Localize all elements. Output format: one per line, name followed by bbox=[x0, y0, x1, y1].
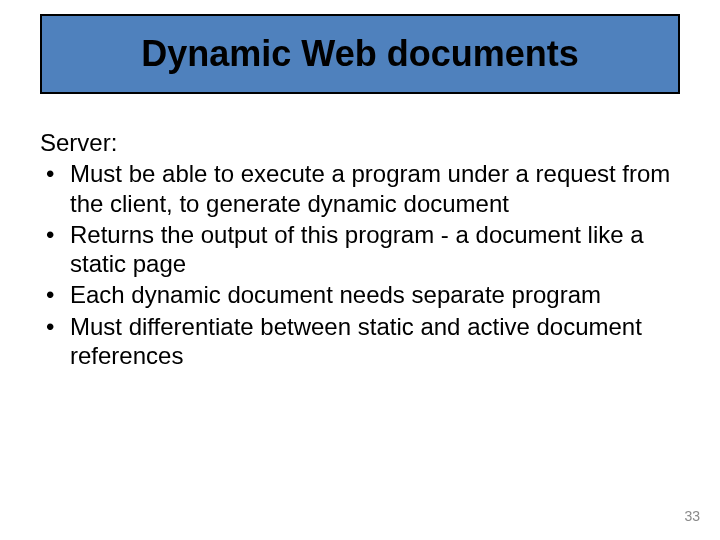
list-item: Each dynamic document needs separate pro… bbox=[40, 280, 680, 309]
list-item: Must differentiate between static and ac… bbox=[40, 312, 680, 371]
title-box: Dynamic Web documents bbox=[40, 14, 680, 94]
page-number: 33 bbox=[684, 508, 700, 524]
bullet-list: Must be able to execute a program under … bbox=[40, 159, 680, 370]
lead-line: Server: bbox=[40, 128, 680, 157]
list-item: Returns the output of this program - a d… bbox=[40, 220, 680, 279]
slide: Dynamic Web documents Server: Must be ab… bbox=[0, 0, 720, 540]
slide-title: Dynamic Web documents bbox=[141, 34, 578, 74]
list-item: Must be able to execute a program under … bbox=[40, 159, 680, 218]
body-text: Server: Must be able to execute a progra… bbox=[40, 128, 680, 372]
